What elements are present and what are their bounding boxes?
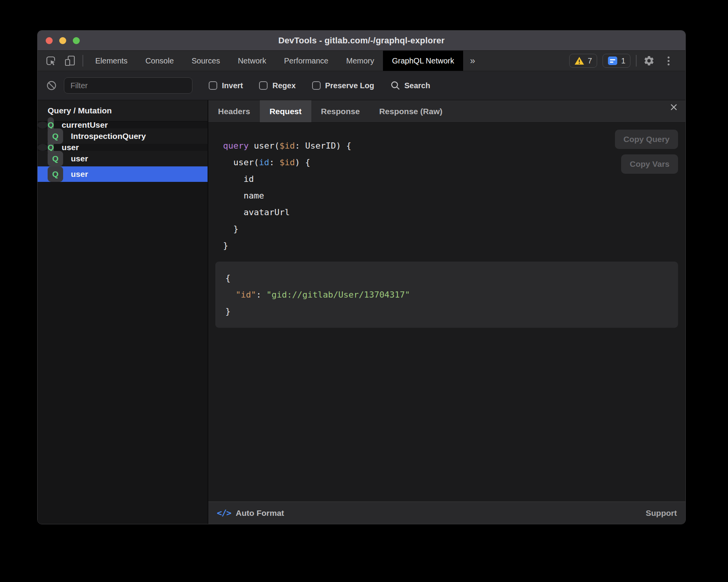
toolbar-divider [636, 55, 637, 67]
panel-tab-strip: HeadersRequestResponseResponse (Raw) [208, 100, 452, 122]
request-view: query user($id: UserID) { user(id: $id) … [208, 123, 685, 502]
more-tabs-chevron-icon[interactable]: » [463, 51, 482, 71]
graphql-variables-box: { "id": "gid://gitlab/User/13704317"} [215, 262, 678, 328]
checkbox-box[interactable] [209, 81, 217, 90]
code-brackets-icon: </> [217, 508, 231, 518]
devtools-tab-strip: ElementsConsoleSourcesNetworkPerformance… [86, 51, 463, 71]
checkbox-regex[interactable]: Regex [259, 81, 295, 90]
query-list-item-user-2[interactable]: Quser [38, 144, 48, 151]
graphql-query-code: query user($id: UserID) { user(id: $id) … [208, 123, 685, 254]
query-list-item-label: user [62, 143, 79, 152]
close-window-button[interactable] [46, 37, 53, 44]
devtools-tab-performance[interactable]: Performance [275, 51, 338, 71]
minimize-window-button[interactable] [59, 37, 66, 44]
query-list: QcurrentUserQIntrospectionQueryQuserQuse… [38, 122, 208, 182]
toolbar-divider [82, 55, 83, 67]
auto-format-label: Auto Format [236, 508, 284, 518]
checkbox-preserve-log[interactable]: Preserve Log [312, 81, 374, 90]
issues-badge[interactable]: 1 [603, 54, 630, 68]
message-icon [608, 56, 618, 66]
warnings-badge[interactable]: 7 [569, 54, 597, 68]
detail-panel: HeadersRequestResponseResponse (Raw) que… [208, 100, 685, 524]
panel-tab-bar: HeadersRequestResponseResponse (Raw) [208, 100, 685, 123]
title-bar: DevTools - gitlab.com/-/graphql-explorer [38, 31, 685, 51]
support-link[interactable]: Support [646, 508, 677, 518]
panel-footer: </> Auto Format Support [208, 502, 685, 524]
devtools-window: DevTools - gitlab.com/-/graphql-explorer… [37, 30, 686, 524]
panel-tab-request[interactable]: Request [260, 100, 311, 122]
panel-tab-response-raw[interactable]: Response (Raw) [369, 100, 452, 122]
filter-checkboxes: InvertRegexPreserve Log [192, 81, 374, 90]
copy-vars-button[interactable]: Copy Vars [621, 154, 678, 174]
query-list-item-currentuser-0[interactable]: QcurrentUser [38, 122, 48, 128]
close-panel-icon[interactable] [662, 100, 685, 114]
query-list-item-user-4[interactable]: Quser [38, 166, 208, 182]
query-list-item-user-3[interactable]: Quser [38, 151, 208, 166]
panel-tab-headers[interactable]: Headers [208, 100, 260, 122]
devtools-toolbar: ElementsConsoleSourcesNetworkPerformance… [38, 51, 685, 71]
search-control[interactable]: Search [390, 80, 430, 91]
filter-input[interactable] [64, 77, 192, 94]
inspect-element-icon[interactable] [44, 54, 58, 68]
copy-query-button[interactable]: Copy Query [615, 130, 678, 149]
checkbox-box[interactable] [259, 81, 268, 90]
query-list-item-label: user [71, 169, 88, 179]
devtools-tab-graphql-network[interactable]: GraphQL Network [383, 51, 463, 71]
devtools-tab-sources[interactable]: Sources [183, 51, 229, 71]
clear-block-icon[interactable] [45, 79, 58, 92]
main-content: Query / Mutation QcurrentUserQIntrospect… [38, 100, 685, 524]
query-type-badge: Q [48, 166, 63, 182]
query-list-item-label: currentUser [62, 120, 108, 130]
query-list-item-label: IntrospectionQuery [71, 132, 146, 141]
warning-count: 7 [588, 56, 592, 65]
search-icon [390, 80, 400, 91]
devtools-tab-network[interactable]: Network [229, 51, 275, 71]
window-title: DevTools - gitlab.com/-/graphql-explorer [38, 36, 685, 46]
query-type-badge: Q [48, 151, 63, 166]
kebab-menu-icon[interactable] [661, 54, 675, 68]
query-list-item-label: user [71, 154, 88, 163]
devtools-tab-elements[interactable]: Elements [86, 51, 136, 71]
checkbox-invert[interactable]: Invert [209, 81, 243, 90]
panel-tab-response[interactable]: Response [311, 100, 369, 122]
traffic-lights [46, 37, 80, 44]
settings-gear-icon[interactable] [642, 54, 656, 68]
maximize-window-button[interactable] [73, 37, 80, 44]
search-label: Search [404, 81, 430, 90]
checkbox-box[interactable] [312, 81, 321, 90]
checkbox-label: Regex [272, 81, 295, 90]
devtools-tab-memory[interactable]: Memory [337, 51, 383, 71]
devtools-tab-console[interactable]: Console [136, 51, 182, 71]
filter-bar: InvertRegexPreserve Log Search [38, 71, 685, 100]
query-list-item-introspectionquery-1[interactable]: QIntrospectionQuery [38, 128, 208, 144]
checkbox-label: Invert [222, 81, 243, 90]
auto-format-button[interactable]: </> Auto Format [217, 508, 284, 518]
warning-icon [574, 56, 584, 65]
query-sidebar: Query / Mutation QcurrentUserQIntrospect… [38, 100, 208, 524]
device-toolbar-icon[interactable] [63, 54, 77, 68]
sidebar-header: Query / Mutation [38, 100, 208, 122]
issues-count: 1 [621, 56, 625, 65]
checkbox-label: Preserve Log [325, 81, 374, 90]
